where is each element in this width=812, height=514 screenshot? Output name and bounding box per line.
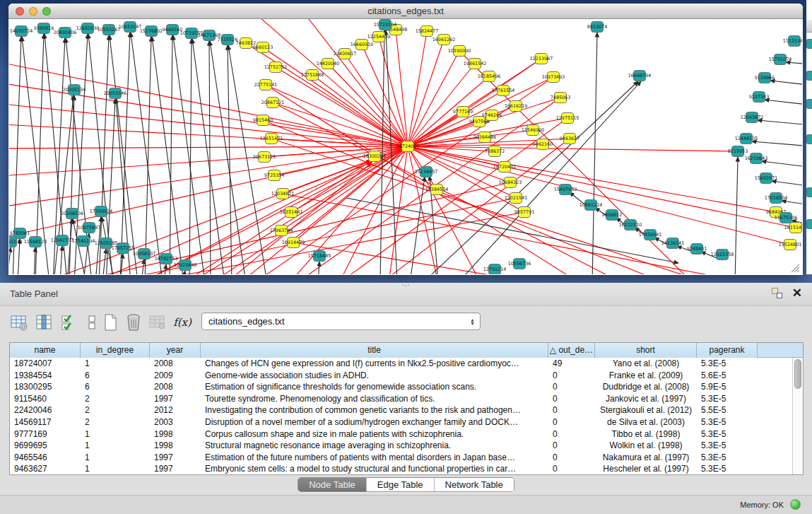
table-row[interactable]: 946362711997Embryonic stem cells: a mode… xyxy=(10,463,803,475)
network-node[interactable]: 11568123 xyxy=(24,237,47,247)
network-node[interactable]: 10556736 xyxy=(508,259,531,269)
scrollbar-thumb[interactable] xyxy=(794,359,801,389)
column-header-name[interactable]: name xyxy=(10,343,81,358)
network-node[interactable]: 11545194 xyxy=(72,236,95,247)
network-node[interactable]: 12254439 xyxy=(367,32,391,42)
tab-edge-table[interactable]: Edge Table xyxy=(366,478,434,491)
table-row[interactable]: 946554611997Estimation of the future num… xyxy=(10,452,803,464)
table-row[interactable]: 1938455462009Genome-wide association stu… xyxy=(10,370,803,382)
column-header-pagerank[interactable]: pagerank xyxy=(697,343,758,358)
network-node[interactable]: 10861224 xyxy=(579,200,603,211)
window-resize-grip[interactable] xyxy=(789,262,800,273)
delete-table-icon[interactable] xyxy=(147,312,168,333)
network-node[interactable]: 16720402 xyxy=(493,162,517,173)
network-node[interactable]: 16351441 xyxy=(280,207,303,218)
column-header-title[interactable]: title xyxy=(201,343,548,358)
network-node[interactable]: 10958107 xyxy=(133,249,156,259)
column-header-in-degree[interactable]: in_degree xyxy=(81,343,150,358)
network-node[interactable]: 15524801 xyxy=(779,240,802,250)
network-node[interactable]: 11546900 xyxy=(522,125,545,136)
network-node[interactable]: 9463627 xyxy=(560,134,579,144)
network-node[interactable]: 14055724 xyxy=(10,26,33,37)
table-row[interactable]: 969969511998Structural magnetic resonanc… xyxy=(10,440,803,452)
column-header-year[interactable]: year xyxy=(150,343,201,358)
network-node[interactable]: 20053346 xyxy=(104,88,127,99)
network-node[interactable]: 20206536 xyxy=(61,209,84,219)
column-header-short[interactable]: short xyxy=(595,343,697,358)
network-node[interactable]: 9777169 xyxy=(453,107,473,117)
network-canvas[interactable]: 1872400718300295193845541405572493808162… xyxy=(9,19,802,274)
table-scrollbar[interactable] xyxy=(792,358,803,474)
network-node[interactable]: 20691406 xyxy=(54,28,77,38)
network-node[interactable]: 15824477 xyxy=(416,26,439,37)
network-node[interactable]: 10684323 xyxy=(499,177,522,188)
network-node[interactable]: 9725354 xyxy=(264,170,284,181)
network-node[interactable]: 12652930 xyxy=(76,23,100,34)
split-divider-handle[interactable] xyxy=(401,284,411,287)
network-node[interactable]: 16210643 xyxy=(745,153,768,164)
network-node[interactable]: 15718485 xyxy=(308,251,331,262)
network-node[interactable]: 16616219 xyxy=(505,101,528,112)
delete-column-icon[interactable] xyxy=(123,312,144,333)
network-node[interactable]: 20867121 xyxy=(261,98,285,108)
network-node[interactable]: 12975115 xyxy=(556,113,579,124)
network-node[interactable]: 16660910 xyxy=(351,40,374,50)
network-node[interactable]: 12093872 xyxy=(741,112,764,123)
network-node[interactable]: 15497953 xyxy=(554,185,577,195)
network-node[interactable]: 14420040 xyxy=(317,59,340,69)
citation-network-graph[interactable]: 1872400718300295193845541405572493808162… xyxy=(9,19,802,274)
float-panel-icon[interactable] xyxy=(772,288,782,298)
network-node[interactable]: 11121341 xyxy=(783,36,802,47)
network-node[interactable]: 10590090 xyxy=(448,46,471,57)
table-source-select[interactable]: citations_edges.txt ▲▼ xyxy=(201,313,481,330)
network-node[interactable]: 16648794 xyxy=(628,71,652,81)
network-node[interactable]: 12651471 xyxy=(260,134,283,144)
network-node[interactable]: 10653247 xyxy=(119,22,142,33)
network-node[interactable]: 9815460 xyxy=(253,115,273,126)
table-row[interactable]: 911546021997Tourette syndrome. Phenomeno… xyxy=(10,393,803,405)
column-header-out-degree[interactable]: △ out_de… xyxy=(548,343,595,358)
new-column-icon[interactable] xyxy=(100,312,121,333)
network-node[interactable]: 17751848 xyxy=(301,70,324,81)
select-columns-icon[interactable] xyxy=(58,312,79,333)
modify-table-icon[interactable] xyxy=(8,312,30,333)
network-node[interactable]: 17963744 xyxy=(270,226,293,236)
close-panel-icon[interactable]: ✕ xyxy=(792,288,802,298)
network-node[interactable]: 9227343 xyxy=(749,92,769,103)
network-node[interactable]: 15692971 xyxy=(755,173,778,184)
network-node[interactable]: 8813074 xyxy=(587,22,607,33)
network-node[interactable]: 15751074 xyxy=(769,54,792,65)
network-node[interactable]: 12444135 xyxy=(735,134,758,144)
network-node[interactable]: 20364486 xyxy=(473,132,497,143)
network-node[interactable]: 15276802 xyxy=(140,26,163,37)
table-row[interactable]: 1456911722003Disruption of a novel membe… xyxy=(10,416,803,428)
network-node[interactable]: 20673121 xyxy=(253,152,276,163)
network-node[interactable]: 12791114 xyxy=(483,264,507,275)
network-node[interactable]: 7485063 xyxy=(551,93,570,103)
network-node[interactable]: 9129966 xyxy=(755,73,775,83)
network-window-titlebar[interactable]: citations_edges.txt xyxy=(8,4,803,19)
network-node[interactable]: 17016504 xyxy=(765,193,788,204)
network-node[interactable]: 9806812 xyxy=(602,210,622,221)
network-node[interactable]: 9380816 xyxy=(34,23,54,34)
table-row[interactable]: 977716911998Corpus callosum shape and si… xyxy=(10,428,803,440)
function-builder-icon[interactable]: f(x) xyxy=(172,312,193,333)
table-row[interactable]: 2242004622012Investigating the contribut… xyxy=(10,404,803,416)
table-row[interactable]: 1830029562008Estimation of significance … xyxy=(10,381,803,393)
tab-network-table[interactable]: Network Table xyxy=(434,478,514,491)
network-node[interactable]: 19861542 xyxy=(464,59,487,69)
network-node[interactable]: 17459941 xyxy=(639,230,662,240)
network-node[interactable]: 16151432 xyxy=(784,223,802,233)
network-node[interactable]: 12752712 xyxy=(264,62,288,73)
network-node[interactable]: 12921358 xyxy=(711,250,734,260)
network-node[interactable]: 15134457 xyxy=(415,167,438,177)
network-node[interactable]: 14136141 xyxy=(661,238,685,249)
network-node[interactable]: 12213967 xyxy=(530,54,553,64)
network-node[interactable]: 10553267 xyxy=(98,25,121,35)
network-node[interactable]: 16961262 xyxy=(433,35,456,45)
show-column-icon[interactable] xyxy=(33,312,54,333)
table-row[interactable]: 1872400712008Changes of HCN gene express… xyxy=(10,358,803,370)
network-node[interactable]: 10975887 xyxy=(78,223,101,233)
tab-node-table[interactable]: Node Table xyxy=(298,478,366,491)
network-node[interactable]: 22400617 xyxy=(334,49,357,59)
